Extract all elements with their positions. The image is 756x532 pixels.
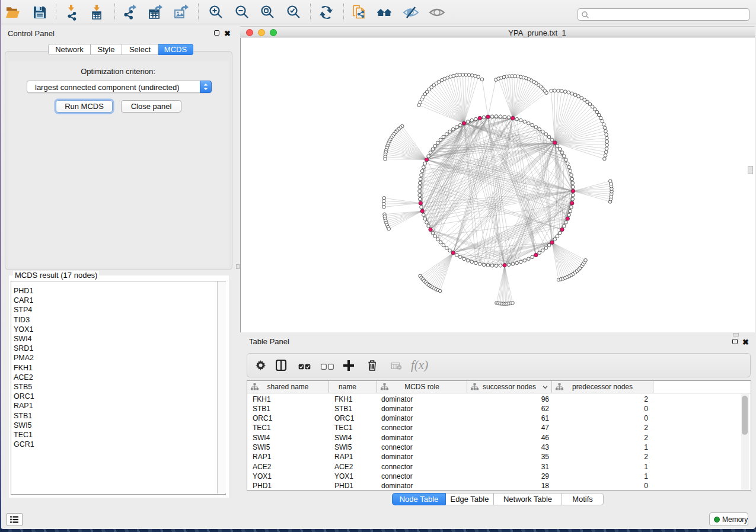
svg-text:f(x): f(x)	[411, 358, 428, 372]
